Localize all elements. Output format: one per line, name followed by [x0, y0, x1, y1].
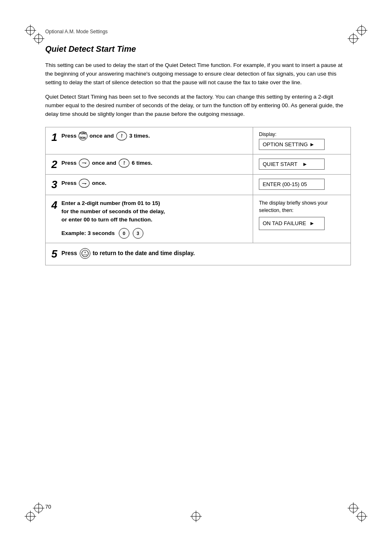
display-arrow-2: ► [302, 161, 308, 167]
step-1-number: 1 [51, 131, 57, 143]
step-5-content: Press ⊙ STOP to return to the date and t… [61, 248, 345, 259]
step-4-display-section: The display briefly shows your selection… [259, 199, 345, 230]
reg-mark-bottom-center [190, 511, 202, 522]
step-3-content: Press ⇁ once. [61, 179, 247, 188]
step-1-row: 1 Press FUNCTION once and ↾ 3 times. Dis… [46, 127, 351, 154]
page-number: 70 [45, 504, 51, 510]
step-4-right: The display briefly shows your selection… [253, 195, 351, 243]
step-1-right: Display: OPTION SETTING ► [253, 127, 351, 154]
display-text-3: ENTER (00-15) 05 [263, 181, 307, 187]
reg-mark-bottom-left-inner [33, 502, 44, 514]
step-1-press-label: Press [61, 132, 78, 138]
step-3-left: 3 Press ⇁ once. [46, 175, 253, 195]
step-5-press: Press [61, 250, 78, 256]
section-title: Quiet Detect Start Time [45, 44, 351, 54]
step-2-left: 2 Press ⇁ once and ↾ 6 times. [46, 154, 253, 175]
step-1-times: 3 times. [129, 132, 150, 138]
display-text-4: ON TAD FAILURE [263, 219, 306, 228]
step-1-content: Press FUNCTION once and ↾ 3 times. [61, 131, 247, 140]
step-2-number: 2 [51, 159, 57, 170]
step-2-once-and: once and [92, 159, 118, 166]
steps-table: 1 Press FUNCTION once and ↾ 3 times. Dis… [45, 127, 351, 266]
nav-up-button-2-icon: ↾ [119, 159, 129, 168]
step-4-number: 4 [51, 199, 57, 211]
display-box-1: OPTION SETTING ► [259, 139, 325, 150]
display-box-4: ON TAD FAILURE ► [259, 217, 325, 230]
step-4-example-label: Example: 3 seconds [61, 230, 116, 236]
step-2-times: 6 times. [132, 159, 152, 166]
step-3-right: ENTER (00-15) 05 [253, 175, 351, 195]
step-4-example: Example: 3 seconds 0 3 [61, 228, 247, 239]
step-5-row: 5 Press ⊙ STOP to return to the date and… [46, 243, 351, 265]
intro-paragraph-2: Quiet Detect Start Timing has been set t… [45, 93, 351, 119]
display-arrow-1: ► [309, 141, 315, 147]
step-4-line2: for the number of seconds of the delay, [61, 208, 165, 214]
step-4-line1: Enter a 2-digit number (from 01 to 15) [61, 200, 160, 206]
step-4-row: 4 Enter a 2-digit number (from 01 to 15)… [46, 195, 351, 243]
svg-text:⊙: ⊙ [84, 251, 86, 253]
step-4-display-brief: The display briefly shows your selection… [259, 199, 345, 215]
display-label-1: Display: [259, 131, 345, 137]
step-5-number: 5 [51, 248, 57, 260]
step-2-row: 2 Press ⇁ once and ↾ 6 times. QUIET STAR… [46, 154, 351, 175]
step-2-content: Press ⇁ once and ↾ 6 times. [61, 159, 247, 168]
intro-paragraph-1: This setting can be used to delay the st… [45, 61, 351, 87]
display-text-1: OPTION SETTING [263, 141, 308, 147]
step-1-left: 1 Press FUNCTION once and ↾ 3 times. [46, 127, 253, 154]
key-3-icon: 3 [133, 228, 143, 239]
nav-up-button-icon: ↾ [116, 131, 127, 140]
step-3-row: 3 Press ⇁ once. ENTER (00-15) 05 [46, 175, 351, 195]
display-box-2: QUIET START ► [259, 159, 325, 170]
step-4-content: Enter a 2-digit number (from 01 to 15) f… [61, 199, 247, 239]
step-5-cell: 5 Press ⊙ STOP to return to the date and… [46, 243, 351, 265]
nav-down-button-3-icon: ⇁ [79, 179, 90, 188]
display-box-3: ENTER (00-15) 05 [259, 179, 325, 190]
reg-mark-bottom-right-inner [348, 502, 359, 514]
display-arrow-4: ► [309, 219, 315, 228]
key-0-icon: 0 [119, 228, 129, 239]
step-1-once-and: once and [90, 132, 115, 138]
step-3-number: 3 [51, 179, 57, 191]
step-2-right: QUIET START ► [253, 154, 351, 175]
step-5-suffix: to return to the date and time display. [92, 250, 195, 256]
step-3-press: Press [61, 180, 78, 186]
function-button-icon: FUNCTION [78, 131, 88, 140]
svg-text:STOP: STOP [83, 254, 87, 256]
step-2-press: Press [61, 159, 78, 166]
step-4-line3: or enter 00 to turn off the function. [61, 216, 152, 223]
step-4-left: 4 Enter a 2-digit number (from 01 to 15)… [46, 195, 253, 243]
display-text-2: QUIET START [263, 161, 297, 167]
step-3-once: once. [92, 180, 106, 186]
page-header: Optional A.M. Mode Settings [45, 29, 351, 35]
nav-down-button-2-icon: ⇁ [79, 159, 90, 168]
stop-button-icon: ⊙ STOP [80, 248, 90, 259]
